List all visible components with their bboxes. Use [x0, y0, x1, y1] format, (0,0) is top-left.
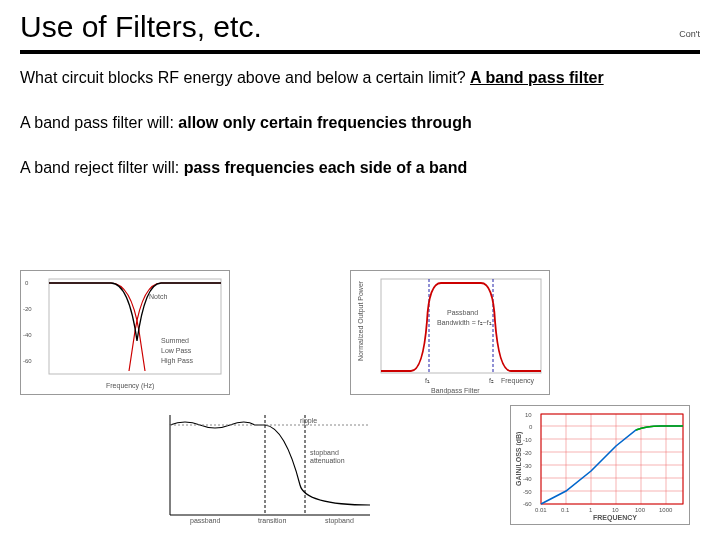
- line-2: A band pass filter will: allow only cert…: [20, 113, 700, 134]
- bp-f1: f₁: [425, 377, 430, 384]
- sb-ripple: ripple: [300, 417, 317, 425]
- sb-stopband: stopband: [325, 517, 354, 525]
- sb-passband: passband: [190, 517, 220, 525]
- bp-title: Bandpass Filter: [431, 387, 480, 394]
- gain-ylabel: GAIN/LOSS (dB): [515, 432, 523, 486]
- bp-xlabel: Frequency: [501, 377, 535, 385]
- svg-text:-20: -20: [523, 450, 532, 456]
- svg-text:1: 1: [589, 507, 593, 513]
- legend-summed: Summed: [161, 337, 189, 344]
- svg-text:-50: -50: [523, 489, 532, 495]
- bp-bw: Bandwidth = f₂−f₁: [437, 319, 492, 326]
- page-title: Use of Filters, etc.: [20, 10, 262, 44]
- figure-area: Notch Summed Low Pass High Pass Frequenc…: [20, 270, 700, 530]
- svg-text:0.01: 0.01: [535, 507, 547, 513]
- svg-text:-20: -20: [23, 306, 32, 312]
- figure-gain: FREQUENCY GAIN/LOSS (dB) 0.01 0.1 1 10 1…: [510, 405, 690, 525]
- q2-answer: allow only certain frequencies through: [178, 114, 471, 131]
- notch-xlabel: Frequency (Hz): [106, 382, 154, 390]
- svg-text:1000: 1000: [659, 507, 673, 513]
- figure-bandpass: Passband Bandwidth = f₂−f₁ f₁ f₂ Frequen…: [350, 270, 550, 395]
- gain-xlabel: FREQUENCY: [593, 514, 637, 522]
- notch-chart-icon: Notch Summed Low Pass High Pass Frequenc…: [21, 271, 229, 394]
- svg-text:0: 0: [25, 280, 29, 286]
- line-1: What circuit blocks RF energy above and …: [20, 68, 700, 89]
- svg-text:-60: -60: [23, 358, 32, 364]
- continued-label: Con't: [679, 29, 700, 39]
- legend-highpass: High Pass: [161, 357, 193, 365]
- svg-text:attenuation: attenuation: [310, 457, 345, 464]
- svg-text:-40: -40: [523, 476, 532, 482]
- svg-text:100: 100: [635, 507, 646, 513]
- svg-text:0.1: 0.1: [561, 507, 570, 513]
- q2-text: A band pass filter will:: [20, 114, 178, 131]
- bp-ylabel: Normalized Output Power: [357, 280, 365, 361]
- gain-chart-icon: FREQUENCY GAIN/LOSS (dB) 0.01 0.1 1 10 1…: [511, 406, 689, 524]
- svg-text:-30: -30: [523, 463, 532, 469]
- figure-notch: Notch Summed Low Pass High Pass Frequenc…: [20, 270, 230, 395]
- figure-stopband: ripple stopband attenuation passband sto…: [150, 405, 380, 525]
- svg-text:-60: -60: [523, 501, 532, 507]
- svg-text:0: 0: [529, 424, 533, 430]
- svg-text:10: 10: [525, 412, 532, 418]
- svg-text:transition: transition: [258, 517, 287, 524]
- sb-stopatt: stopband: [310, 449, 339, 457]
- bp-passband: Passband: [447, 309, 478, 316]
- q3-text: A band reject filter will:: [20, 159, 184, 176]
- stopband-chart-icon: ripple stopband attenuation passband sto…: [150, 405, 380, 525]
- q1-answer: A band pass filter: [470, 69, 604, 86]
- svg-text:-40: -40: [23, 332, 32, 338]
- svg-text:10: 10: [612, 507, 619, 513]
- body-text: What circuit blocks RF energy above and …: [20, 68, 700, 178]
- legend-lowpass: Low Pass: [161, 347, 192, 354]
- svg-rect-30: [541, 414, 683, 504]
- title-bar: Use of Filters, etc. Con't: [20, 10, 700, 50]
- q3-answer: pass frequencies each side of a band: [184, 159, 468, 176]
- bp-f2: f₂: [489, 377, 494, 384]
- title-rule: [20, 50, 700, 54]
- line-3: A band reject filter will: pass frequenc…: [20, 158, 700, 179]
- svg-text:-10: -10: [523, 437, 532, 443]
- svg-rect-5: [381, 279, 541, 373]
- notch-label: Notch: [149, 293, 167, 300]
- bandpass-chart-icon: Passband Bandwidth = f₂−f₁ f₁ f₂ Frequen…: [351, 271, 549, 394]
- slide: Use of Filters, etc. Con't What circuit …: [0, 0, 720, 540]
- q1-text: What circuit blocks RF energy above and …: [20, 69, 470, 86]
